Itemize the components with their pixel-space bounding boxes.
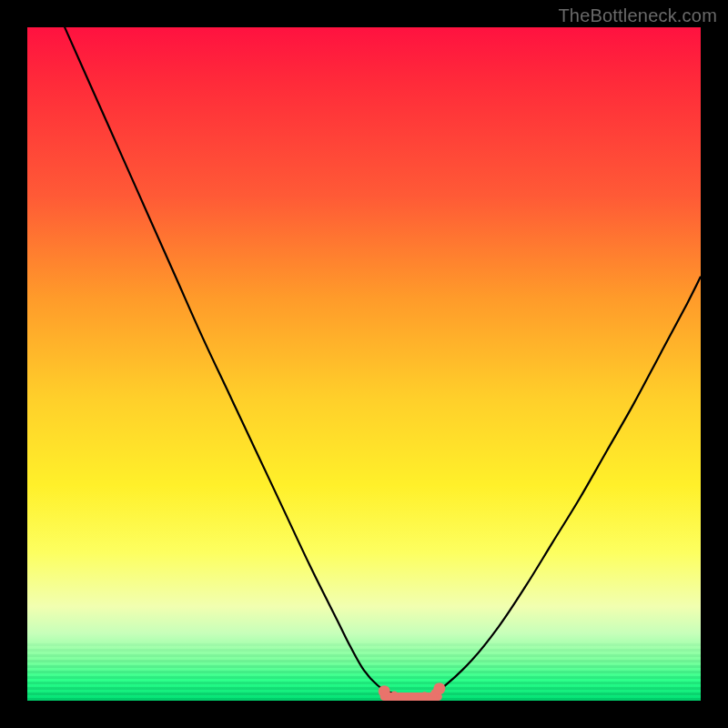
plot-area xyxy=(27,27,701,701)
curve-svg xyxy=(27,27,701,701)
valley-marker xyxy=(390,692,399,700)
valley-marker xyxy=(379,685,390,697)
valley-marker xyxy=(400,693,409,701)
valley-marker xyxy=(420,692,429,700)
bottleneck-curve xyxy=(41,0,701,697)
valley-marker xyxy=(433,682,445,694)
valley-marker xyxy=(410,693,419,701)
chart-frame: TheBottleneck.com xyxy=(0,0,728,728)
watermark-text: TheBottleneck.com xyxy=(558,5,717,26)
